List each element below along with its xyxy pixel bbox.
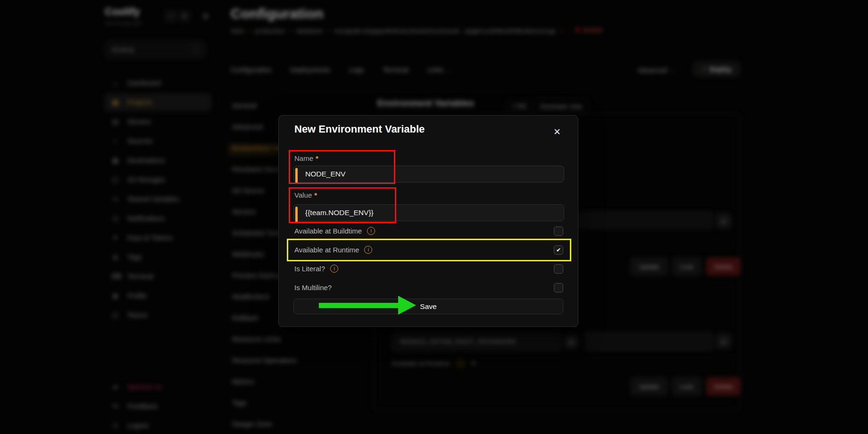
toggle-available-at-buildtime: Available at Buildtime i: [294, 225, 563, 236]
modal-toggles: Available at Buildtime i Available at Ru…: [294, 225, 563, 300]
coolify-app: Coolify ◔ ✦ ⚙ v4.0.0-beta.420 Hosting / …: [0, 0, 868, 434]
close-icon[interactable]: ✕: [551, 126, 563, 137]
value-field-value: {{team.NODE_ENV}}: [305, 205, 374, 220]
required-asterisk: *: [314, 191, 317, 199]
value-field[interactable]: {{team.NODE_ENV}}: [293, 204, 564, 221]
checkbox[interactable]: ✔: [554, 245, 563, 255]
name-field-value: NODE_ENV: [305, 166, 345, 182]
checkbox[interactable]: [554, 283, 563, 292]
name-field[interactable]: NODE_ENV: [293, 166, 564, 183]
input-accent-bar: [295, 168, 298, 184]
checkmark-icon: ✔: [556, 247, 561, 253]
annotation-green-arrow: [319, 303, 398, 308]
toggle-is-literal: Is Literal? i: [294, 263, 563, 274]
toggle-label: Available at Buildtime: [294, 227, 362, 235]
annotation-green-arrow-head: [398, 296, 416, 315]
input-accent-bar: [295, 207, 298, 223]
name-field-label: Name*: [294, 154, 318, 162]
info-icon: i: [364, 246, 372, 254]
toggle-is-multiline: Is Multiline?: [294, 282, 563, 293]
toggle-available-at-runtime: Available at Runtime i ✔: [294, 244, 563, 255]
checkbox[interactable]: [554, 264, 563, 274]
required-asterisk: *: [316, 154, 318, 162]
toggle-label: Is Multiline?: [294, 284, 332, 292]
checkbox[interactable]: [554, 226, 563, 236]
value-field-label: Value*: [294, 191, 317, 199]
modal-title: New Environment Variable: [294, 123, 425, 135]
toggle-label: Is Literal?: [294, 265, 325, 273]
info-icon: i: [367, 227, 375, 235]
info-icon: i: [330, 265, 338, 273]
new-env-variable-modal: New Environment Variable ✕ Name* NODE_EN…: [278, 115, 578, 327]
toggle-label: Available at Runtime: [294, 246, 359, 254]
